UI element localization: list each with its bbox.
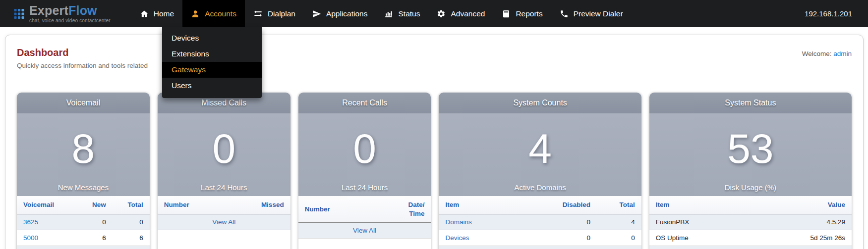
table-header-row: ItemValue — [649, 196, 852, 214]
dropdown-item-gateways[interactable]: Gateways — [162, 62, 262, 78]
gear-icon — [437, 9, 446, 18]
exchange-arrows-icon — [253, 9, 263, 18]
column-header: Item — [439, 196, 536, 214]
navbar: ExpertFlow chat, voice and video contact… — [0, 0, 868, 27]
table-cell: 6 — [75, 230, 113, 246]
nav-item-preview-dialer[interactable]: Preview Dialer — [551, 0, 632, 27]
card-table: NumberMissedView All — [158, 196, 290, 230]
card-title: Voicemail — [17, 93, 150, 113]
nav-item-applications[interactable]: Applications — [304, 0, 376, 27]
card-big-number: 0 — [212, 113, 235, 183]
column-header: Date/Time — [381, 196, 431, 223]
table-cell: 0 — [113, 214, 150, 230]
logo[interactable]: ExpertFlow chat, voice and video contact… — [14, 0, 111, 27]
view-all-cell: View All — [158, 214, 290, 230]
table-cell: 6 — [113, 230, 150, 246]
table-row: 500066 — [17, 230, 150, 246]
table-cell-link[interactable]: 3625 — [23, 218, 38, 226]
partial-next-row — [17, 246, 150, 249]
table-cell-link[interactable]: Devices — [445, 234, 469, 242]
column-header: Number — [158, 196, 231, 214]
nav-item-home[interactable]: Home — [131, 0, 182, 27]
page-subtitle: Quickly access information and tools rel… — [17, 62, 148, 69]
view-all-row: View All — [298, 223, 431, 239]
nav-item-reports[interactable]: Reports — [493, 0, 551, 27]
welcome-label: Welcome: — [802, 50, 832, 57]
dashboard-cards: Voicemail8New MessagesVoicemailNewTotal3… — [17, 93, 852, 249]
column-header: Item — [649, 196, 761, 214]
column-header: Missed — [231, 196, 290, 214]
table-cell: OS Uptime — [649, 230, 761, 246]
server-ip: 192.168.1.201 — [805, 9, 852, 18]
table-row: Devices00 — [439, 230, 641, 246]
reports-book-icon — [502, 9, 511, 18]
nav-menu: HomeAccountsDialplanApplicationsStatusAd… — [131, 0, 632, 27]
logo-tagline: chat, voice and video contactcenter — [29, 18, 111, 23]
dropdown-item-devices[interactable]: Devices — [162, 30, 262, 46]
table-cell: 4.5.29 — [760, 214, 852, 230]
table-cell-link[interactable]: Domains — [445, 218, 471, 226]
table-cell: 0 — [597, 230, 641, 246]
card-voicemail: Voicemail8New MessagesVoicemailNewTotal3… — [17, 93, 150, 249]
table-cell: Domains — [439, 214, 536, 230]
card-table: ItemValueFusionPBX4.5.29OS Uptime5d 25m … — [649, 196, 852, 246]
card-table: VoicemailNewTotal362500500066 — [17, 196, 150, 246]
welcome-user-link[interactable]: admin — [833, 50, 852, 57]
table-cell: 0 — [536, 214, 596, 230]
table-cell-link[interactable]: 5000 — [23, 234, 38, 242]
column-header: Voicemail — [17, 196, 75, 214]
user-icon — [191, 9, 200, 18]
nav-item-label: Advanced — [451, 9, 485, 18]
column-header: Total — [113, 196, 150, 214]
view-all-link[interactable]: View All — [212, 218, 235, 226]
table-cell: 0 — [536, 230, 596, 246]
dropdown-item-users[interactable]: Users — [162, 78, 262, 94]
home-icon — [140, 9, 149, 18]
table-row: Domains04 — [439, 214, 641, 230]
column-header: Number — [298, 196, 381, 223]
nav-item-label: Reports — [516, 9, 542, 18]
table-cell: 3625 — [17, 214, 75, 230]
dropdown-item-extensions[interactable]: Extensions — [162, 46, 262, 62]
card-body: 4Active Domains — [439, 113, 641, 196]
table-header-row: ItemDisabledTotal — [439, 196, 641, 214]
table-cell: Devices — [439, 230, 536, 246]
card-body: 8New Messages — [17, 113, 150, 196]
column-header: Total — [597, 196, 641, 214]
table-header-row: VoicemailNewTotal — [17, 196, 150, 214]
table-cell: 5d 25m 26s — [760, 230, 852, 246]
page-heading-block: Dashboard Quickly access information and… — [17, 47, 148, 69]
view-all-link[interactable]: View All — [353, 227, 376, 234]
welcome-text: Welcome: admin — [802, 50, 852, 57]
nav-item-advanced[interactable]: Advanced — [428, 0, 493, 27]
column-header: Disabled — [536, 196, 596, 214]
brand-primary: Expert — [29, 3, 68, 17]
expertflow-logo-icon — [14, 8, 25, 19]
card-body: 53Disk Usage (%) — [649, 113, 852, 196]
card-table: NumberDate/TimeView All — [298, 196, 431, 239]
card-big-number: 4 — [528, 113, 552, 183]
nav-item-label: Dialplan — [268, 9, 295, 18]
nav-item-accounts[interactable]: Accounts — [182, 0, 245, 27]
card-title: Recent Calls — [298, 93, 431, 113]
nav-item-label: Preview Dialer — [574, 9, 623, 18]
paper-plane-icon — [312, 9, 321, 18]
nav-item-label: Accounts — [205, 9, 236, 18]
card-caption: New Messages — [58, 183, 109, 192]
table-cell: 5000 — [17, 230, 75, 246]
card-caption: Last 24 Hours — [201, 183, 247, 192]
card-big-number: 53 — [727, 113, 773, 183]
brand-secondary: Flow — [68, 3, 97, 17]
card-title: System Counts — [439, 93, 641, 113]
card-big-number: 8 — [72, 113, 95, 183]
nav-item-label: Applications — [326, 9, 368, 18]
card-caption: Last 24 Hours — [342, 183, 388, 192]
table-header-row: NumberDate/Time — [298, 196, 431, 223]
brand-name: ExpertFlow — [29, 4, 111, 17]
table-cell: 4 — [597, 214, 641, 230]
table-header-row: NumberMissed — [158, 196, 290, 214]
logo-text: ExpertFlow chat, voice and video contact… — [29, 4, 111, 23]
column-header: New — [75, 196, 113, 214]
nav-item-dialplan[interactable]: Dialplan — [245, 0, 304, 27]
nav-item-status[interactable]: Status — [376, 0, 428, 27]
